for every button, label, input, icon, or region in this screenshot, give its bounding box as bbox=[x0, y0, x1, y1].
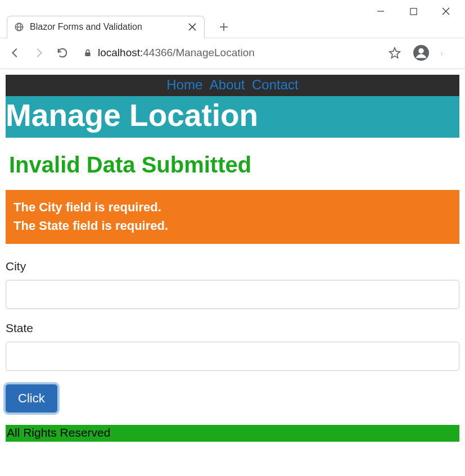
tab-close-icon[interactable] bbox=[188, 23, 196, 31]
tab-title: Blazor Forms and Validation bbox=[30, 22, 183, 32]
svg-point-13 bbox=[418, 48, 423, 53]
lock-icon bbox=[83, 48, 92, 57]
back-button[interactable] bbox=[9, 47, 21, 59]
minimize-icon[interactable] bbox=[376, 7, 385, 16]
close-icon[interactable] bbox=[441, 7, 450, 16]
page-footer: All Rights Reserved bbox=[6, 425, 459, 442]
maximize-icon[interactable] bbox=[409, 7, 418, 16]
svg-rect-11 bbox=[85, 52, 90, 56]
url-host: localhost: bbox=[98, 47, 143, 58]
svg-point-15 bbox=[441, 53, 442, 54]
page-content: Home About Contact Manage Location Inval… bbox=[0, 69, 465, 442]
bookmark-icon[interactable] bbox=[389, 47, 401, 59]
state-label: State bbox=[6, 321, 459, 335]
reload-button[interactable] bbox=[56, 47, 69, 59]
url-path: 44366/ManageLocation bbox=[143, 47, 255, 58]
address-bar[interactable]: localhost:44366/ManageLocation bbox=[80, 47, 377, 59]
page-title: Manage Location bbox=[6, 96, 459, 138]
validation-error: The State field is required. bbox=[13, 216, 452, 235]
nav-home[interactable]: Home bbox=[166, 77, 202, 92]
window-controls bbox=[0, 0, 465, 16]
top-nav: Home About Contact bbox=[6, 75, 459, 96]
city-label: City bbox=[6, 260, 459, 273]
state-input[interactable] bbox=[6, 342, 459, 371]
form-group-state: State bbox=[6, 321, 459, 371]
validation-summary: The City field is required. The State fi… bbox=[6, 190, 459, 244]
new-tab-button[interactable] bbox=[216, 19, 232, 35]
validation-error: The City field is required. bbox=[13, 198, 452, 216]
tab-row: Blazor Forms and Validation bbox=[0, 16, 465, 38]
form-group-city: City bbox=[6, 260, 459, 309]
browser-chrome: Blazor Forms and Validation localhost:44… bbox=[0, 0, 465, 69]
city-input[interactable] bbox=[6, 280, 459, 309]
kebab-menu-icon[interactable] bbox=[441, 48, 452, 58]
nav-about[interactable]: About bbox=[210, 77, 245, 92]
nav-contact[interactable]: Contact bbox=[252, 77, 299, 92]
svg-rect-1 bbox=[410, 8, 416, 14]
globe-icon bbox=[14, 22, 24, 32]
svg-point-14 bbox=[441, 52, 442, 53]
profile-icon[interactable] bbox=[413, 45, 429, 61]
url-text: localhost:44366/ManageLocation bbox=[98, 47, 255, 59]
browser-tab[interactable]: Blazor Forms and Validation bbox=[7, 16, 205, 38]
svg-point-16 bbox=[441, 55, 442, 55]
status-message: Invalid Data Submitted bbox=[9, 152, 459, 178]
submit-button[interactable]: Click bbox=[6, 384, 57, 412]
forward-button[interactable] bbox=[33, 47, 45, 59]
toolbar-right bbox=[389, 45, 456, 61]
address-bar-row: localhost:44366/ManageLocation bbox=[0, 38, 465, 69]
